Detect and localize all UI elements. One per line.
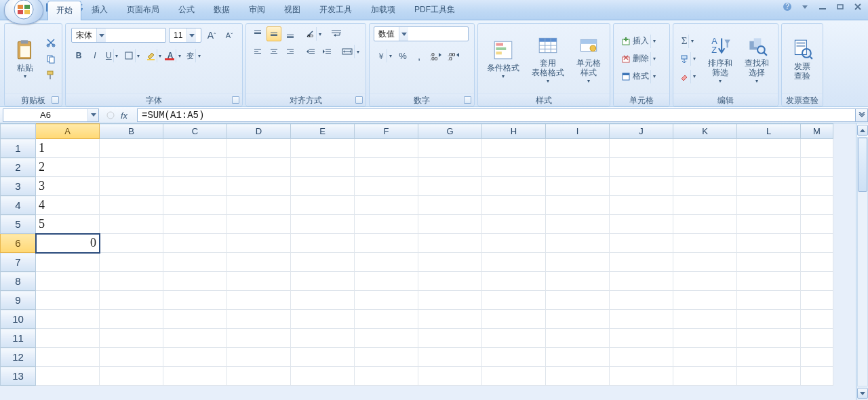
fill-button[interactable]: ▾ — [677, 52, 698, 66]
cell-I7[interactable] — [546, 253, 610, 272]
cell-I9[interactable] — [546, 291, 610, 310]
column-header-A[interactable]: A — [36, 124, 100, 139]
column-header-L[interactable]: L — [737, 124, 801, 139]
cell-K9[interactable] — [673, 291, 737, 310]
cell-K5[interactable] — [673, 215, 737, 234]
cell-E8[interactable] — [291, 272, 355, 291]
cell-K12[interactable] — [673, 348, 737, 367]
cell-G6[interactable] — [418, 234, 482, 253]
column-header-I[interactable]: I — [546, 124, 610, 139]
percent-button[interactable]: % — [395, 48, 410, 63]
cell-J13[interactable] — [610, 367, 673, 386]
window-close-icon[interactable] — [852, 2, 864, 12]
cell-M3[interactable] — [801, 177, 833, 196]
column-header-J[interactable]: J — [610, 124, 673, 139]
ribbon-minimize-icon[interactable] — [799, 2, 811, 12]
cell-G3[interactable] — [418, 177, 482, 196]
cell-L2[interactable] — [737, 158, 801, 177]
cell-I8[interactable] — [546, 272, 610, 291]
cell-D8[interactable] — [227, 272, 291, 291]
border-button[interactable]: ▾ — [122, 48, 142, 63]
cancel-formula-button[interactable] — [103, 108, 118, 122]
row-header-10[interactable]: 10 — [1, 310, 36, 329]
cell-F6[interactable] — [355, 234, 418, 253]
column-header-H[interactable]: H — [482, 124, 546, 139]
cell-I2[interactable] — [546, 158, 610, 177]
cell-J1[interactable] — [610, 139, 673, 158]
cell-L9[interactable] — [737, 291, 801, 310]
shrink-font-button[interactable]: Aˇ — [222, 28, 237, 43]
cell-I10[interactable] — [546, 310, 610, 329]
row-header-4[interactable]: 4 — [1, 196, 36, 215]
cell-E6[interactable] — [291, 234, 355, 253]
cell-F8[interactable] — [355, 272, 418, 291]
conditional-format-button[interactable]: 条件格式 ▾ — [482, 30, 524, 88]
cell-I1[interactable] — [546, 139, 610, 158]
insert-cells-button[interactable]: 插入▾ — [619, 34, 664, 49]
cell-B6[interactable] — [100, 234, 163, 253]
cell-A2[interactable]: 2 — [36, 158, 100, 177]
cell-F12[interactable] — [355, 348, 418, 367]
cell-E11[interactable] — [291, 329, 355, 348]
cell-H8[interactable] — [482, 272, 546, 291]
select-all-corner[interactable] — [1, 124, 36, 139]
cell-A5[interactable]: 5 — [36, 215, 100, 234]
wrap-text-button[interactable] — [329, 26, 344, 41]
cell-J11[interactable] — [610, 329, 673, 348]
cell-H11[interactable] — [482, 329, 546, 348]
window-minimize-icon[interactable] — [816, 2, 829, 12]
invoice-check-button[interactable]: 发票 查验 — [786, 30, 818, 88]
cell-H1[interactable] — [482, 139, 546, 158]
format-cells-button[interactable]: 格式▾ — [619, 69, 664, 84]
tab-3[interactable]: 公式 — [170, 0, 203, 20]
cell-D6[interactable] — [227, 234, 291, 253]
cell-K4[interactable] — [673, 196, 737, 215]
cell-M2[interactable] — [801, 158, 833, 177]
dialog-launcher-icon[interactable] — [464, 96, 471, 104]
cell-G5[interactable] — [418, 215, 482, 234]
cell-G4[interactable] — [418, 196, 482, 215]
paste-button[interactable]: 粘贴 ▾ — [9, 30, 41, 88]
cell-G12[interactable] — [418, 348, 482, 367]
row-header-8[interactable]: 8 — [1, 272, 36, 291]
cell-B4[interactable] — [100, 196, 163, 215]
cell-K3[interactable] — [673, 177, 737, 196]
vertical-scrollbar[interactable] — [856, 123, 868, 400]
cell-A3[interactable]: 3 — [36, 177, 100, 196]
column-header-F[interactable]: F — [355, 124, 418, 139]
align-right-button[interactable] — [283, 44, 298, 59]
cell-D2[interactable] — [227, 158, 291, 177]
cell-F4[interactable] — [355, 196, 418, 215]
cell-G2[interactable] — [418, 158, 482, 177]
row-header-12[interactable]: 12 — [1, 348, 36, 367]
cell-L10[interactable] — [737, 310, 801, 329]
cell-A7[interactable] — [36, 253, 100, 272]
cell-A8[interactable] — [36, 272, 100, 291]
cell-G13[interactable] — [418, 367, 482, 386]
cell-E9[interactable] — [291, 291, 355, 310]
scroll-up-button[interactable] — [857, 125, 868, 136]
find-select-button[interactable]: 查找和 选择 ▾ — [740, 30, 774, 88]
copy-button[interactable] — [44, 52, 58, 66]
font-color-button[interactable]: A▾ — [165, 48, 184, 63]
number-format-combo[interactable]: 数值 — [374, 26, 469, 41]
cell-K8[interactable] — [673, 272, 737, 291]
bold-button[interactable]: B — [71, 48, 86, 63]
cell-K6[interactable] — [673, 234, 737, 253]
cell-J8[interactable] — [610, 272, 673, 291]
cell-C2[interactable] — [163, 158, 227, 177]
cell-B12[interactable] — [100, 348, 163, 367]
align-center-button[interactable] — [267, 44, 281, 59]
cell-M8[interactable] — [801, 272, 833, 291]
decrease-decimal-button[interactable]: .00.0 — [446, 48, 462, 63]
autosum-button[interactable]: Σ▾ — [677, 34, 698, 49]
cell-D7[interactable] — [227, 253, 291, 272]
row-header-7[interactable]: 7 — [1, 253, 36, 272]
scroll-down-button[interactable] — [857, 388, 868, 399]
window-restore-icon[interactable] — [834, 2, 846, 12]
cell-K11[interactable] — [673, 329, 737, 348]
cell-F3[interactable] — [355, 177, 418, 196]
clear-button[interactable]: ▾ — [677, 69, 698, 84]
worksheet-grid[interactable]: ABCDEFGHIJKLM11223344556078910111213 — [0, 123, 856, 400]
cell-D11[interactable] — [227, 329, 291, 348]
